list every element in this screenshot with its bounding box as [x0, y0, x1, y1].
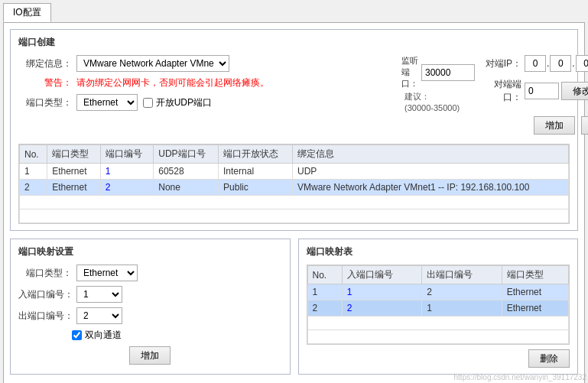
port-link-2[interactable]: 2	[106, 182, 111, 193]
mapping-table-row[interactable]: 1 1 2 Ethernet	[307, 284, 569, 300]
bottom-sections: 端口映射设置 端口类型： Ethernet UDP TCP 入端口编号： 1 2…	[10, 239, 578, 382]
remote-panel: 对端IP： . . .	[479, 55, 588, 135]
port-mapping-settings-section: 端口映射设置 端口类型： Ethernet UDP TCP 入端口编号： 1 2…	[10, 239, 291, 375]
ip-octet-1[interactable]	[525, 55, 546, 72]
mport-in-link-1[interactable]: 1	[347, 287, 352, 297]
mcol-type: 端口类型	[502, 266, 568, 284]
remote-ip-label: 对端IP：	[479, 57, 521, 70]
remote-port-label: 对端端口：	[479, 78, 521, 104]
mapping-table-header: No. 入端口编号 出端口编号 端口类型	[307, 266, 569, 284]
bidirectional-row: 双向通道	[18, 329, 282, 342]
col-no: No.	[20, 145, 47, 164]
mcell-type: Ethernet	[502, 284, 568, 300]
ip-octet-2[interactable]	[550, 55, 571, 72]
warning-label: 警告：	[18, 76, 72, 89]
mcol-out: 出端口编号	[422, 266, 502, 284]
warning-row: 警告： 请勿绑定公网网卡，否则可能会引起网络瘫痪。	[18, 76, 394, 89]
cell-num: 1	[100, 164, 154, 180]
out-port-row: 出端口编号： 1 2 3	[18, 307, 282, 324]
udp-checkbox[interactable]	[143, 98, 153, 108]
mcol-no: No.	[307, 266, 342, 284]
cell-type: Ethernet	[47, 164, 101, 180]
listen-input[interactable]: 30000	[421, 64, 475, 81]
mcell-no: 1	[307, 284, 342, 300]
btn-group-right: 增加 删除	[479, 116, 588, 135]
right-form: 监听端口： 30000 建议： (30000-35000)	[401, 55, 570, 139]
table-row[interactable]: 1 Ethernet 1 60528 Internal UDP	[20, 164, 569, 180]
cell-bind: VMware Network Adapter VMnet1 -- IP: 192…	[292, 180, 568, 196]
mapping-add-button[interactable]: 增加	[129, 346, 171, 365]
col-status: 端口开放状态	[219, 145, 293, 164]
mapping-delete-button[interactable]: 删除	[528, 349, 570, 368]
listen-group: 监听端口： 30000 建议： (30000-35000)	[401, 55, 475, 115]
mcell-type: Ethernet	[502, 300, 568, 316]
port-table: No. 端口类型 端口编号 UDP端口号 端口开放状态 绑定信息 1 Ether…	[19, 144, 569, 223]
mcell-out: 2	[422, 284, 502, 300]
mapping-port-type-row: 端口类型： Ethernet UDP TCP	[18, 265, 282, 281]
in-port-row: 入端口编号： 1 2 3	[18, 286, 282, 303]
cell-udp: None	[154, 180, 219, 196]
cell-no: 2	[20, 180, 47, 196]
bind-select[interactable]: VMware Network Adapter VMnet1 -- IP: 192…	[76, 55, 229, 72]
out-port-select[interactable]: 1 2 3	[76, 307, 122, 324]
bind-label: 绑定信息：	[18, 57, 72, 70]
bidirectional-label: 双向通道	[85, 329, 122, 342]
watermark: https://blog.csdn.net/wanyin_39117232	[454, 373, 586, 381]
remote-port-input[interactable]	[525, 83, 559, 99]
cell-udp: 60528	[154, 164, 219, 180]
port-table-header: No. 端口类型 端口编号 UDP端口号 端口开放状态 绑定信息	[20, 145, 569, 164]
cell-bind: UDP	[292, 164, 568, 180]
mcell-no: 2	[307, 300, 342, 316]
bidirectional-checkbox[interactable]	[72, 330, 82, 340]
delete-button[interactable]: 删除	[581, 116, 588, 135]
cell-type: Ethernet	[47, 180, 101, 196]
cell-num: 2	[100, 180, 154, 196]
port-mapping-table-section: 端口映射表 No. 入端口编号 出端口编号 端口类型	[298, 239, 579, 375]
out-port-label: 出端口编号：	[18, 310, 72, 323]
port-creation-title: 端口创建	[18, 36, 570, 49]
mapping-table-row-empty	[307, 330, 569, 344]
port-creation-section: 端口创建 绑定信息： VMware Network Adapter VMnet1…	[10, 29, 578, 231]
mapping-table-row-empty	[307, 316, 569, 330]
warning-text: 请勿绑定公网网卡，否则可能会引起网络瘫痪。	[76, 76, 269, 89]
suggestion-text: 建议： (30000-35000)	[404, 92, 460, 112]
udp-checkbox-label: 开放UDP端口	[156, 96, 212, 109]
left-form: 绑定信息： VMware Network Adapter VMnet1 -- I…	[18, 55, 394, 139]
add-button[interactable]: 增加	[534, 116, 575, 135]
mcol-in: 入端口编号	[342, 266, 421, 284]
cell-no: 1	[20, 164, 47, 180]
mapping-port-type-select[interactable]: Ethernet UDP TCP	[76, 265, 138, 281]
col-num: 端口编号	[100, 145, 154, 164]
bind-info-row: 绑定信息： VMware Network Adapter VMnet1 -- I…	[18, 55, 394, 72]
tab-bar: IO配置	[3, 3, 585, 22]
port-link-1[interactable]: 1	[106, 166, 111, 177]
table-row-empty	[20, 196, 569, 209]
remote-ip-row: 对端IP： . . .	[479, 55, 588, 72]
col-udp: UDP端口号	[154, 145, 219, 164]
col-bind: 绑定信息	[292, 145, 568, 164]
remote-port-row: 对端端口： 修改	[479, 78, 588, 104]
col-type: 端口类型	[47, 145, 101, 164]
in-port-select[interactable]: 1 2 3	[76, 286, 122, 303]
mport-in-link-2[interactable]: 2	[347, 303, 352, 313]
content-area: 端口创建 绑定信息： VMware Network Adapter VMnet1…	[3, 22, 585, 383]
ip-octet-3[interactable]	[576, 55, 588, 72]
mcell-out: 1	[422, 300, 502, 316]
port-type-select[interactable]: Ethernet UDP TCP	[76, 94, 138, 111]
tab-io-config[interactable]: IO配置	[3, 3, 51, 22]
modify-button[interactable]: 修改	[561, 82, 588, 100]
mcell-in: 2	[342, 300, 421, 316]
table-row[interactable]: 2 Ethernet 2 None Public VMware Network …	[20, 180, 569, 196]
mapping-table-title: 端口映射表	[307, 245, 570, 258]
cell-status: Public	[219, 180, 293, 196]
port-type-label: 端口类型：	[18, 96, 72, 109]
delete-btn-row: 删除	[307, 349, 570, 368]
listen-label: 监听端口：	[401, 55, 418, 89]
port-type-row: 端口类型： Ethernet UDP TCP 开放UDP端口	[18, 94, 394, 111]
port-table-area: No. 端口类型 端口编号 UDP端口号 端口开放状态 绑定信息 1 Ether…	[18, 144, 570, 224]
mapping-port-type-label: 端口类型：	[18, 267, 72, 280]
mcell-in: 1	[342, 284, 421, 300]
in-port-label: 入端口编号：	[18, 288, 72, 301]
mapping-table-row[interactable]: 2 2 1 Ethernet	[307, 300, 569, 316]
mapping-add-btn-row: 增加	[18, 346, 282, 365]
